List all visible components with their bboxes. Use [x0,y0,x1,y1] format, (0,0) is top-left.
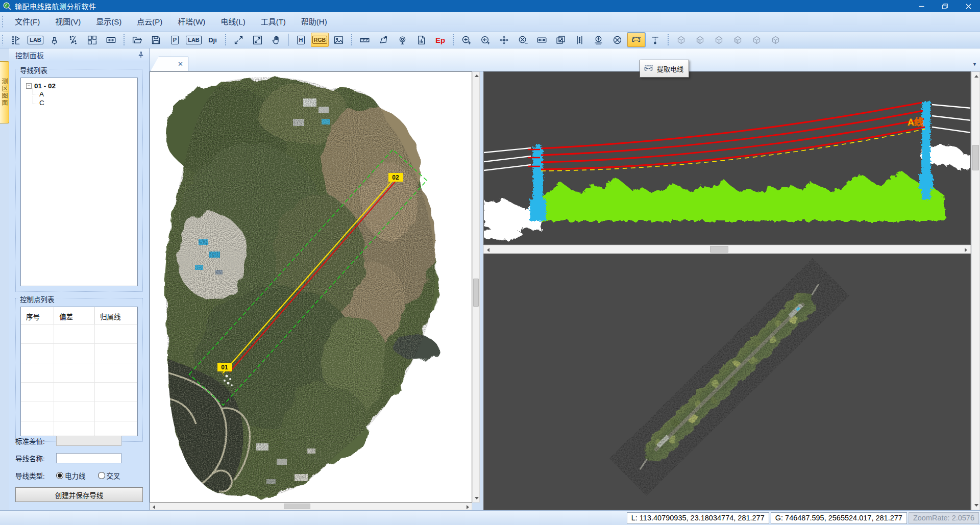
table-cell [95,383,137,402]
col-index: 序号 [21,307,54,324]
radio-power-line[interactable]: 电力线 [56,470,86,481]
maximize-button[interactable] [933,0,957,12]
classify-points-button[interactable] [8,33,26,47]
table-row[interactable] [21,402,137,421]
rgb-render-button[interactable]: RGB [311,33,329,47]
export-label-button[interactable]: LAB [185,33,203,47]
zoom-window-button[interactable] [249,33,266,47]
zoom-extent-button[interactable] [230,33,248,47]
table-row[interactable] [21,324,137,344]
open-file-button[interactable] [128,33,146,47]
right-vertical-scrollbar[interactable] [971,71,980,510]
table-cell [21,324,54,343]
ep-text-icon: Ep [435,36,445,44]
table-cell [21,363,54,382]
map-viewport[interactable]: 02 01 [150,71,472,503]
ep-tool-button[interactable]: Ep [431,33,449,47]
move-point-button[interactable] [495,33,513,47]
wire-list-group: 导线列表 − 01 - 02 A C [15,69,143,292]
point-sample-button[interactable] [64,33,82,47]
status-local-coords: L: 113.40790935, 23.18034774, 281.277 [627,512,769,524]
map-horizontal-scrollbar[interactable] [150,503,472,510]
add-point-button[interactable] [457,33,475,47]
profile-viewport[interactable]: A线 [483,71,971,245]
table-row[interactable] [21,421,137,436]
measure-ruler-button[interactable] [356,33,374,47]
cube-view-6-button[interactable] [767,33,785,47]
table-row[interactable] [21,363,137,383]
table-row[interactable] [21,344,137,363]
document-tab[interactable]: ✕ [151,57,188,71]
status-global-coords: G: 746487.595, 2565524.017, 281.277 [771,512,907,524]
point-marker-button[interactable] [394,33,411,47]
label-marker-button[interactable]: LAB [27,33,44,47]
cube-view-4-button[interactable] [729,33,747,47]
export-p-button[interactable]: P [166,33,184,47]
window-title: 输配电线路航测分析软件 [15,1,96,11]
menu-help[interactable]: 帮助(H) [293,12,335,31]
wire-name-field[interactable] [56,453,121,463]
cube-view-3-button[interactable] [710,33,728,47]
extract-wire-button[interactable] [627,33,645,47]
std-dev-field[interactable] [56,436,121,446]
close-button[interactable] [957,0,980,12]
control-point-table[interactable]: 序号 偏差 归属线 [20,307,138,436]
connect-wire-button[interactable] [533,33,551,47]
remove-point-button[interactable] [608,33,626,47]
delete-point-button[interactable] [514,33,532,47]
wire-a-label: A线 [908,117,923,128]
menu-wire[interactable]: 电线(L) [213,12,253,31]
paint-classify-button[interactable] [45,33,63,47]
menu-tower[interactable]: 杆塔(W) [170,12,213,31]
pin-icon[interactable] [137,51,145,59]
tab-overflow-icon[interactable]: ▼ [972,62,977,67]
range-width-button[interactable] [102,33,120,47]
map-vertical-scrollbar[interactable] [472,71,480,503]
tab-strip: ✕ ▼ [150,48,980,71]
image-render-button[interactable] [330,33,348,47]
title-bar: 输配电线路航测分析软件 [0,0,980,12]
view-layout-button[interactable] [83,33,101,47]
profile-horizontal-scrollbar[interactable] [483,245,971,254]
control-points-rows [21,324,137,436]
save-file-button[interactable] [147,33,165,47]
drop-point-button[interactable] [646,33,664,47]
wire-list-tree[interactable]: − 01 - 02 A C [20,78,138,286]
menu-display[interactable]: 显示(S) [88,12,129,31]
menu-bar: 文件(F) 视图(V) 显示(S) 点云(P) 杆塔(W) 电线(L) 工具(T… [0,12,980,32]
measure-area-button[interactable] [375,33,393,47]
table-cell [21,402,54,421]
tree-node-c[interactable]: C [31,98,135,107]
col-deviation: 偏差 [54,307,95,324]
vertical-measure-button[interactable] [571,33,589,47]
toolbar-grip [2,34,4,45]
menu-file[interactable]: 文件(F) [7,12,47,31]
tree-node-root[interactable]: − 01 - 02 [26,82,135,90]
sidebar-tab-survey-view[interactable]: 测区图面 [0,61,9,123]
radio-cross[interactable]: 交叉 [98,470,120,481]
cube-view-2-button[interactable] [691,33,709,47]
menu-view[interactable]: 视图(V) [47,12,88,31]
overview-3d-viewport[interactable] [483,254,971,510]
table-header: 序号 偏差 归属线 [21,307,137,324]
create-save-wire-button[interactable]: 创建并保存导线 [15,487,143,502]
extract-wire-icon [643,63,654,74]
tab-close-icon[interactable]: ✕ [178,61,183,67]
pan-button[interactable] [267,33,285,47]
select-region-button[interactable] [552,33,570,47]
point-histogram-button[interactable] [412,33,430,47]
height-render-button[interactable]: H [292,33,310,47]
tree-node-a[interactable]: A [31,90,135,98]
minimize-button[interactable] [910,0,933,12]
dji-import-button[interactable]: Dji [204,33,222,47]
menu-tools[interactable]: 工具(T) [253,12,293,31]
add-ground-point-button[interactable] [590,33,607,47]
cube-view-1-button[interactable] [672,33,690,47]
table-row[interactable] [21,383,137,402]
wire-list-label: 导线列表 [18,65,50,75]
menu-pointcloud[interactable]: 点云(P) [129,12,170,31]
prev-point-button[interactable] [476,33,494,47]
cube-view-5-button[interactable] [748,33,766,47]
tree-expander-icon[interactable]: − [26,83,32,89]
status-zoom-rate: ZoomRate: 2.0576 [909,512,979,524]
